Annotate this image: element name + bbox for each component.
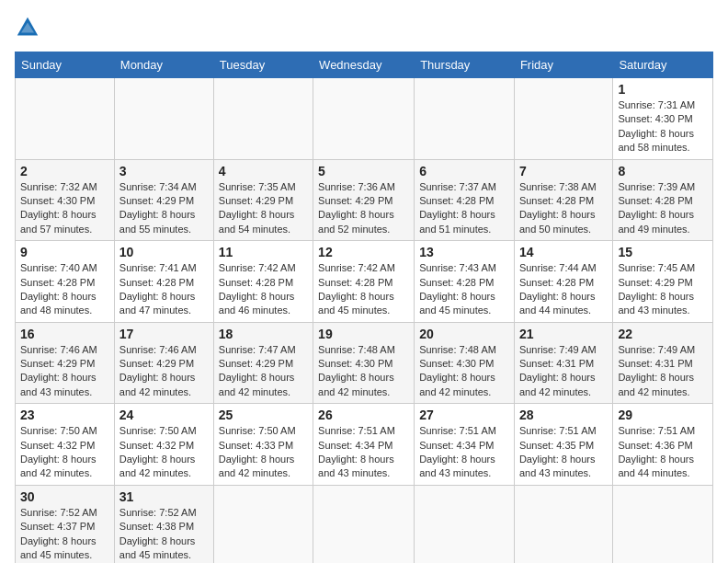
day-info: Sunrise: 7:51 AMSunset: 4:36 PMDaylight:… [618, 424, 708, 481]
calendar-cell: 20Sunrise: 7:48 AMSunset: 4:30 PMDayligh… [415, 322, 515, 404]
calendar-cell [514, 485, 613, 563]
calendar-week-1: 2Sunrise: 7:32 AMSunset: 4:30 PMDaylight… [16, 159, 713, 241]
day-number: 13 [419, 245, 509, 259]
calendar-cell: 17Sunrise: 7:46 AMSunset: 4:29 PMDayligh… [114, 322, 213, 404]
page-header [15, 15, 713, 40]
day-info: Sunrise: 7:37 AMSunset: 4:28 PMDaylight:… [419, 180, 509, 237]
day-number: 21 [519, 327, 609, 341]
day-number: 2 [20, 164, 109, 178]
calendar-cell [514, 78, 613, 160]
day-info: Sunrise: 7:47 AMSunset: 4:29 PMDaylight:… [219, 343, 308, 400]
day-number: 3 [119, 164, 209, 178]
day-info: Sunrise: 7:46 AMSunset: 4:29 PMDaylight:… [20, 343, 109, 400]
calendar-cell: 14Sunrise: 7:44 AMSunset: 4:28 PMDayligh… [514, 241, 613, 323]
day-info: Sunrise: 7:48 AMSunset: 4:30 PMDaylight:… [419, 343, 509, 400]
day-info: Sunrise: 7:50 AMSunset: 4:32 PMDaylight:… [20, 424, 109, 481]
day-number: 26 [318, 408, 409, 422]
day-info: Sunrise: 7:46 AMSunset: 4:29 PMDaylight:… [119, 343, 209, 400]
calendar-cell: 6Sunrise: 7:37 AMSunset: 4:28 PMDaylight… [415, 159, 515, 241]
day-number: 19 [318, 327, 409, 341]
day-number: 31 [119, 489, 209, 504]
calendar-cell: 12Sunrise: 7:42 AMSunset: 4:28 PMDayligh… [313, 241, 415, 323]
calendar-cell [16, 78, 115, 160]
calendar-cell: 26Sunrise: 7:51 AMSunset: 4:34 PMDayligh… [313, 404, 415, 486]
day-number: 30 [20, 489, 109, 504]
day-info: Sunrise: 7:52 AMSunset: 4:37 PMDaylight:… [20, 506, 109, 563]
day-info: Sunrise: 7:39 AMSunset: 4:28 PMDaylight:… [618, 180, 708, 237]
day-info: Sunrise: 7:52 AMSunset: 4:38 PMDaylight:… [119, 506, 209, 563]
calendar-cell: 3Sunrise: 7:34 AMSunset: 4:29 PMDaylight… [114, 159, 213, 241]
day-info: Sunrise: 7:51 AMSunset: 4:34 PMDaylight:… [318, 424, 409, 481]
calendar-cell: 10Sunrise: 7:41 AMSunset: 4:28 PMDayligh… [114, 241, 213, 323]
day-number: 10 [119, 245, 209, 259]
calendar-cell: 15Sunrise: 7:45 AMSunset: 4:29 PMDayligh… [613, 241, 713, 323]
column-header-thursday: Thursday [415, 52, 515, 78]
day-number: 11 [219, 245, 308, 259]
day-info: Sunrise: 7:49 AMSunset: 4:31 PMDaylight:… [618, 343, 708, 400]
day-number: 12 [318, 245, 409, 259]
day-number: 5 [318, 164, 409, 178]
day-info: Sunrise: 7:51 AMSunset: 4:34 PMDaylight:… [419, 424, 509, 481]
calendar-cell: 2Sunrise: 7:32 AMSunset: 4:30 PMDaylight… [16, 159, 115, 241]
calendar-cell: 24Sunrise: 7:50 AMSunset: 4:32 PMDayligh… [114, 404, 213, 486]
day-number: 25 [219, 408, 308, 422]
calendar-cell: 28Sunrise: 7:51 AMSunset: 4:35 PMDayligh… [514, 404, 613, 486]
column-header-tuesday: Tuesday [213, 52, 313, 78]
day-number: 9 [20, 245, 109, 259]
column-header-wednesday: Wednesday [313, 52, 415, 78]
calendar-cell: 23Sunrise: 7:50 AMSunset: 4:32 PMDayligh… [16, 404, 115, 486]
calendar-cell: 25Sunrise: 7:50 AMSunset: 4:33 PMDayligh… [213, 404, 313, 486]
day-info: Sunrise: 7:35 AMSunset: 4:29 PMDaylight:… [219, 180, 308, 237]
calendar-cell: 4Sunrise: 7:35 AMSunset: 4:29 PMDaylight… [213, 159, 313, 241]
calendar-cell: 22Sunrise: 7:49 AMSunset: 4:31 PMDayligh… [613, 322, 713, 404]
column-header-monday: Monday [114, 52, 213, 78]
calendar-week-4: 23Sunrise: 7:50 AMSunset: 4:32 PMDayligh… [16, 404, 713, 486]
calendar-cell: 9Sunrise: 7:40 AMSunset: 4:28 PMDaylight… [16, 241, 115, 323]
calendar-cell: 11Sunrise: 7:42 AMSunset: 4:28 PMDayligh… [213, 241, 313, 323]
calendar-cell [213, 78, 313, 160]
logo [15, 15, 44, 40]
day-info: Sunrise: 7:48 AMSunset: 4:30 PMDaylight:… [318, 343, 409, 400]
day-info: Sunrise: 7:44 AMSunset: 4:28 PMDaylight:… [519, 261, 609, 318]
day-number: 27 [419, 408, 509, 422]
day-info: Sunrise: 7:36 AMSunset: 4:29 PMDaylight:… [318, 180, 409, 237]
calendar-cell: 18Sunrise: 7:47 AMSunset: 4:29 PMDayligh… [213, 322, 313, 404]
column-header-sunday: Sunday [16, 52, 115, 78]
day-info: Sunrise: 7:51 AMSunset: 4:35 PMDaylight:… [519, 424, 609, 481]
calendar-cell [313, 485, 415, 563]
calendar-cell: 30Sunrise: 7:52 AMSunset: 4:37 PMDayligh… [16, 485, 115, 563]
calendar-cell [213, 485, 313, 563]
calendar-cell [114, 78, 213, 160]
day-info: Sunrise: 7:42 AMSunset: 4:28 PMDaylight:… [318, 261, 409, 318]
calendar-cell: 16Sunrise: 7:46 AMSunset: 4:29 PMDayligh… [16, 322, 115, 404]
calendar-cell: 1Sunrise: 7:31 AMSunset: 4:30 PMDaylight… [613, 78, 713, 160]
day-number: 7 [519, 164, 609, 178]
day-info: Sunrise: 7:32 AMSunset: 4:30 PMDaylight:… [20, 180, 109, 237]
day-number: 8 [618, 164, 708, 178]
day-info: Sunrise: 7:38 AMSunset: 4:28 PMDaylight:… [519, 180, 609, 237]
calendar-cell: 21Sunrise: 7:49 AMSunset: 4:31 PMDayligh… [514, 322, 613, 404]
calendar-week-3: 16Sunrise: 7:46 AMSunset: 4:29 PMDayligh… [16, 322, 713, 404]
calendar-cell: 8Sunrise: 7:39 AMSunset: 4:28 PMDaylight… [613, 159, 713, 241]
calendar-cell [613, 485, 713, 563]
day-number: 24 [119, 408, 209, 422]
day-number: 20 [419, 327, 509, 341]
day-info: Sunrise: 7:40 AMSunset: 4:28 PMDaylight:… [20, 261, 109, 318]
calendar-week-2: 9Sunrise: 7:40 AMSunset: 4:28 PMDaylight… [16, 241, 713, 323]
calendar-cell: 27Sunrise: 7:51 AMSunset: 4:34 PMDayligh… [415, 404, 515, 486]
day-number: 23 [20, 408, 109, 422]
calendar-cell: 29Sunrise: 7:51 AMSunset: 4:36 PMDayligh… [613, 404, 713, 486]
calendar-cell: 31Sunrise: 7:52 AMSunset: 4:38 PMDayligh… [114, 485, 213, 563]
calendar-cell: 7Sunrise: 7:38 AMSunset: 4:28 PMDaylight… [514, 159, 613, 241]
calendar-week-0: 1Sunrise: 7:31 AMSunset: 4:30 PMDaylight… [16, 78, 713, 160]
day-number: 16 [20, 327, 109, 341]
day-number: 6 [419, 164, 509, 178]
day-number: 4 [219, 164, 308, 178]
day-info: Sunrise: 7:49 AMSunset: 4:31 PMDaylight:… [519, 343, 609, 400]
day-info: Sunrise: 7:50 AMSunset: 4:33 PMDaylight:… [219, 424, 308, 481]
calendar-cell [415, 485, 515, 563]
calendar-cell [313, 78, 415, 160]
day-info: Sunrise: 7:41 AMSunset: 4:28 PMDaylight:… [119, 261, 209, 318]
day-info: Sunrise: 7:43 AMSunset: 4:28 PMDaylight:… [419, 261, 509, 318]
logo-icon [15, 15, 40, 40]
